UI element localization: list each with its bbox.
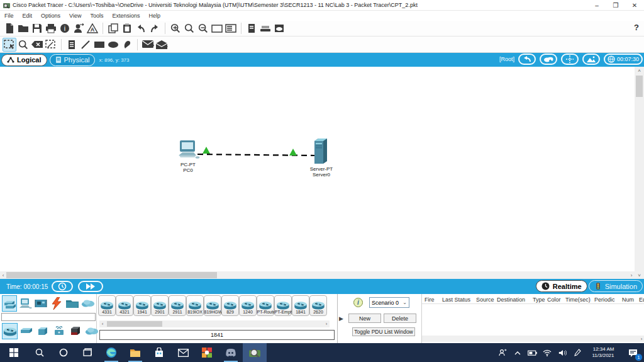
drawing-palette-icon[interactable] [210,21,224,35]
subcategory-hubs[interactable] [35,323,50,339]
open-file-icon[interactable] [16,21,30,35]
tray-wifi-icon[interactable] [540,343,555,362]
activity-wizard-icon[interactable]: i [58,21,72,35]
category-end-devices[interactable] [18,295,33,312]
pdu-col-destination[interactable]: Destination [497,297,525,303]
model-819hgw[interactable]: 819HGW [204,295,221,316]
minimize-button[interactable]: – [587,0,606,11]
model-4321[interactable]: 4321 [116,295,133,316]
panel-splitter[interactable] [337,294,338,343]
user-profile-icon[interactable] [72,21,86,35]
pdu-col-num[interactable]: Num [622,297,634,303]
set-tiled-background-button[interactable] [582,54,600,65]
menu-tools[interactable]: Tools [86,11,108,20]
taskbar-app-edge[interactable] [99,343,123,362]
select-tool-icon[interactable] [3,38,16,52]
power-cycle-devices-button[interactable] [52,281,73,292]
undo-icon[interactable] [134,21,148,35]
tray-battery-icon[interactable] [525,343,540,362]
draw-ellipse-tool-icon[interactable] [106,38,120,52]
logical-workspace-canvas[interactable]: PC-PT PC0 Server-PT Server0 [0,67,635,271]
viewport-clock[interactable]: 00:07:30 [604,54,643,65]
scenario-info-icon[interactable]: i [353,298,363,307]
back-button[interactable] [518,54,536,65]
new-file-icon[interactable] [3,21,16,35]
toggle-pdu-list-button[interactable]: Toggle PDU List Window [352,327,415,336]
scroll-right-arrow-icon[interactable]: › [638,336,644,342]
tab-physical[interactable]: Physical [50,54,96,66]
menu-view[interactable]: View [65,11,86,20]
subcategory-routers[interactable] [2,323,18,339]
network-description-icon[interactable]: A [86,21,99,35]
pdu-col-source[interactable]: Source [476,297,494,303]
subcategory-switches[interactable] [18,323,34,339]
resize-shape-tool-icon[interactable] [44,38,58,52]
custom-devices-dialog-icon[interactable] [224,21,238,35]
add-simple-pdu-icon[interactable] [141,38,155,52]
print-icon[interactable] [44,21,58,35]
tray-volume-icon[interactable] [555,343,570,362]
taskbar-app-store[interactable] [147,343,171,362]
pdu-col-fire[interactable]: Fire [425,297,435,303]
model-4331[interactable]: 4331 [98,295,116,316]
zoom-out-icon[interactable] [196,21,210,35]
pdu-col-edit[interactable]: Ed [639,297,644,303]
environment-icon[interactable] [258,21,272,35]
cortana-button[interactable] [52,343,75,362]
canvas-vertical-scrollbar[interactable]: ˄ ˅ [635,67,644,279]
pdu-col-periodic[interactable]: Periodic [594,297,615,303]
pdu-col-type[interactable]: Type [533,297,545,303]
category-multiuser[interactable] [80,295,96,312]
fast-forward-time-button[interactable] [78,281,103,292]
tray-chevron-up-icon[interactable] [511,343,525,362]
save-icon[interactable] [30,21,44,35]
horizontal-scroll-thumb[interactable] [6,272,217,278]
menu-extensions[interactable]: Extensions [108,11,144,20]
taskbar-search-button[interactable] [28,343,52,362]
model-2901[interactable]: 2901 [151,295,169,316]
scroll-up-arrow-icon[interactable]: ˄ [635,67,644,74]
model-829[interactable]: 829 [221,295,239,316]
pdu-list-scrollbar[interactable]: › [422,336,644,342]
pdu-col-time-sec[interactable]: Time(sec) [565,297,591,303]
scroll-left-arrow-icon[interactable]: ‹ [0,271,6,279]
delete-tool-icon[interactable] [30,38,44,52]
tray-pen-icon[interactable] [570,343,585,362]
menu-edit[interactable]: Edit [18,11,37,20]
draw-rectangle-tool-icon[interactable] [92,38,106,52]
tab-realtime[interactable]: Realtime [536,280,587,292]
activity-window-icon[interactable] [272,21,286,35]
paste-icon[interactable] [120,21,134,35]
model-2620[interactable]: 2620 [309,295,327,316]
network-information-icon[interactable] [245,21,258,35]
subcategory-wan-emulation[interactable] [84,323,99,339]
taskbar-app-mail[interactable] [171,343,195,362]
new-scenario-button[interactable]: New [348,314,381,323]
move-object-button[interactable] [561,54,579,65]
start-button[interactable] [0,343,28,362]
scenario-dropdown[interactable]: Scenario 0 ⌄ [369,297,409,308]
vertical-scroll-thumb[interactable] [636,76,643,97]
draw-line-tool-icon[interactable] [79,38,92,52]
inspect-tool-icon[interactable] [16,38,30,52]
add-complex-pdu-icon[interactable] [155,38,169,52]
zoom-original-icon[interactable] [182,21,196,35]
delete-scenario-button[interactable]: Delete [384,314,416,323]
taskbar-app-discord[interactable] [219,343,243,362]
canvas-device-server0[interactable]: Server-PT Server0 [306,137,337,178]
subcategory-security[interactable] [67,323,83,339]
restore-button[interactable]: ❐ [606,0,625,11]
taskbar-clock[interactable]: 12:34 AM 11/3/2021 [585,343,621,362]
scroll-down-arrow-icon[interactable]: ˅ [635,271,644,279]
model-list-scrollbar[interactable]: ‹ › [99,320,330,327]
tray-people-icon[interactable] [494,343,511,362]
action-center-button[interactable]: 1 [621,343,644,362]
taskbar-app-packet-tracer[interactable] [243,343,267,362]
model-scroll-thumb[interactable] [107,321,162,327]
canvas-horizontal-scrollbar[interactable]: ‹ › [0,271,635,279]
taskbar-app-photos[interactable] [195,343,219,362]
model-pt-router[interactable]: PT-Router [257,295,274,316]
splitter-expand-arrow-icon[interactable]: ▶ [339,315,343,322]
category-network-devices[interactable] [2,295,17,312]
model-1240[interactable]: 1240 [239,295,257,316]
